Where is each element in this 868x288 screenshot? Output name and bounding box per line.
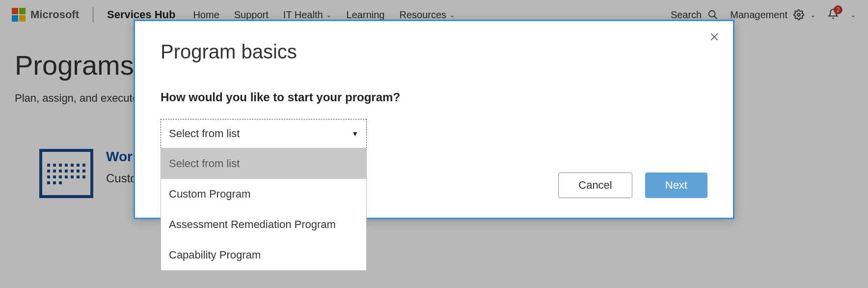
close-button[interactable] [707, 30, 721, 44]
program-basics-modal: Program basics How would you like to sta… [134, 20, 734, 219]
program-start-select[interactable]: Select from list ▼ [161, 119, 367, 148]
next-button[interactable]: Next [645, 173, 707, 198]
modal-footer: Cancel Next [558, 173, 707, 198]
dropdown-option-placeholder[interactable]: Select from list [161, 148, 366, 179]
triangle-down-icon: ▼ [352, 130, 358, 138]
dropdown-option-custom[interactable]: Custom Program [161, 179, 366, 209]
modal-title: Program basics [161, 41, 707, 63]
dropdown-option-assessment[interactable]: Assessment Remediation Program [161, 209, 366, 240]
program-start-dropdown: Select from list Custom Program Assessme… [161, 148, 367, 271]
cancel-button[interactable]: Cancel [558, 173, 632, 198]
modal-question: How would you like to start your program… [161, 90, 707, 104]
select-value: Select from list [169, 127, 240, 140]
dropdown-option-capability[interactable]: Capability Program [161, 240, 366, 270]
close-icon [709, 32, 719, 42]
